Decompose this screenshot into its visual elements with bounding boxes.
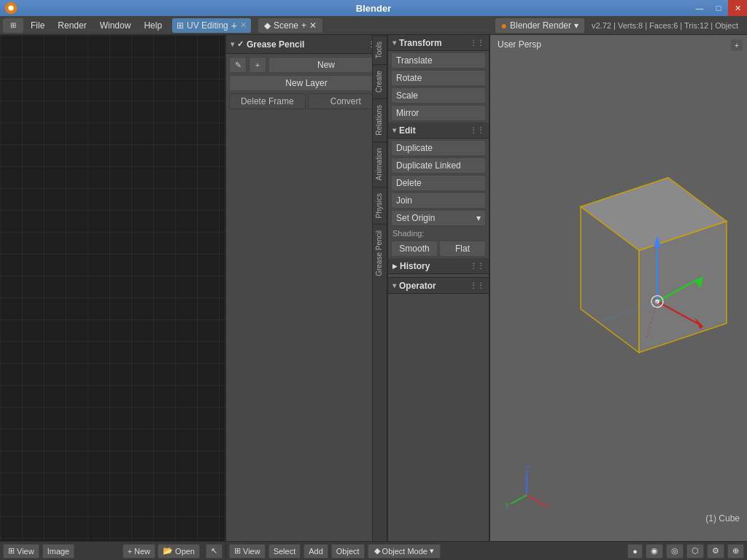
object-mode-dropdown-icon: ▾: [430, 546, 434, 556]
viewport-corner-button[interactable]: +: [731, 39, 743, 51]
cube-label: (1) Cube: [705, 513, 740, 524]
image-button[interactable]: Image: [42, 544, 75, 559]
window-title: Blender: [356, 3, 391, 14]
grease-pencil-check[interactable]: ✓: [237, 39, 244, 49]
menu-window[interactable]: Window: [94, 18, 137, 33]
menu-render[interactable]: Render: [52, 18, 92, 33]
statusbar: ⊞ View Image + New 📂 Open ↖ ⊞ View Selec…: [0, 541, 747, 560]
gp-frame-actions-row: Delete Frame Convert: [229, 93, 384, 109]
object-mode-selector[interactable]: ◆ Object Mode ▾: [368, 544, 441, 559]
shading-wire-button[interactable]: ⬡: [686, 544, 704, 559]
history-label: History: [400, 261, 430, 271]
dropdown-arrow-icon: ▾: [476, 213, 481, 223]
scene-label: Scene: [274, 20, 298, 31]
delete-button[interactable]: Delete: [391, 175, 486, 191]
cursor-tool-button[interactable]: ↖: [206, 544, 222, 559]
viewport-settings-button[interactable]: ⚙: [707, 544, 724, 559]
translate-button[interactable]: Translate: [391, 52, 486, 69]
workspace-add-icon[interactable]: +: [231, 20, 237, 31]
edit-section-header[interactable]: ▾ Edit ⋮⋮: [388, 122, 489, 139]
area-type-icon[interactable]: ⊞: [3, 18, 23, 33]
global-local-button[interactable]: ⊕: [727, 544, 744, 559]
side-tab-animation[interactable]: Animation: [373, 141, 387, 186]
viewport-label: User Persp: [498, 39, 541, 50]
side-tab-create[interactable]: Create: [373, 64, 387, 98]
grease-pencil-content: ✎ + New New Layer Delete Frame Convert: [226, 54, 387, 541]
scale-button[interactable]: Scale: [391, 88, 486, 104]
transform-section-header[interactable]: ▾ Transform ⋮⋮: [388, 35, 489, 51]
view-right-button[interactable]: ⊞ View: [229, 544, 266, 559]
side-tab-tools[interactable]: Tools: [373, 35, 387, 64]
duplicate-linked-button[interactable]: Duplicate Linked: [391, 158, 486, 174]
gp-delete-frame-button[interactable]: Delete Frame: [229, 93, 306, 109]
side-tab-grease-pencil[interactable]: Grease Pencil: [373, 224, 387, 282]
smooth-button[interactable]: Smooth: [391, 241, 438, 257]
side-tab-physics[interactable]: Physics: [373, 187, 387, 224]
mirror-button[interactable]: Mirror: [391, 105, 486, 121]
gp-add-icon[interactable]: +: [249, 57, 266, 73]
menu-help[interactable]: Help: [138, 18, 168, 33]
side-tab-relations[interactable]: Relations: [373, 98, 387, 141]
gp-new-button[interactable]: New: [268, 57, 384, 73]
shading-label: Shading:: [388, 228, 489, 239]
view-icon: ⊞: [8, 546, 15, 556]
scene-close-icon[interactable]: ✕: [309, 20, 317, 31]
svg-text:Y: Y: [505, 502, 510, 510]
duplicate-button[interactable]: Duplicate: [391, 140, 486, 156]
grease-pencil-panel: ▾ ✓ Grease Pencil ⋮⋮ ✎ + New New Layer D…: [226, 35, 388, 541]
open-left-button[interactable]: 📂 Open: [158, 544, 200, 559]
scene-add-icon[interactable]: +: [301, 20, 306, 31]
render-engine-selector[interactable]: ● Blender Render ▾: [495, 18, 585, 33]
shading-material-button[interactable]: ◉: [646, 544, 663, 559]
cursor-icon: ↖: [211, 546, 217, 556]
render-logo-icon: ●: [501, 20, 507, 31]
svg-line-17: [527, 495, 545, 506]
open-icon: 📂: [163, 546, 173, 556]
window-controls: — □ ✕: [690, 0, 747, 16]
workspace-close-icon[interactable]: ✕: [240, 20, 247, 30]
shading-solid-button[interactable]: ●: [627, 544, 643, 559]
cube-svg: [522, 149, 741, 426]
collapse-arrow-icon: ▾: [231, 40, 234, 48]
viewport-3d[interactable]: User Persp +: [490, 35, 747, 541]
scene-selector[interactable]: ◆ Scene + ✕: [258, 18, 322, 33]
version-info: v2.72 | Verts:8 | Faces:6 | Tris:12 | Ob…: [586, 21, 744, 30]
history-more-icon: ⋮⋮: [470, 262, 484, 270]
object-button[interactable]: Object: [331, 544, 365, 559]
viewport-icon: ⊞: [234, 546, 241, 556]
new-left-button[interactable]: + New: [123, 544, 155, 559]
close-button[interactable]: ✕: [728, 0, 747, 16]
set-origin-button[interactable]: Set Origin ▾: [391, 210, 486, 226]
svg-text:Z: Z: [525, 466, 530, 473]
edit-collapse-icon: ▾: [392, 126, 396, 134]
menu-file[interactable]: File: [25, 18, 50, 33]
gp-new-layer-button[interactable]: New Layer: [229, 75, 384, 91]
side-tabs: Tools Create Relations Animation Physics…: [372, 35, 387, 541]
workspace-selector[interactable]: ⊞ UV Editing + ✕: [172, 18, 251, 33]
edit-more-icon: ⋮⋮: [470, 126, 484, 134]
view-left-button[interactable]: ⊞ View: [3, 544, 39, 559]
transform-more-icon: ⋮⋮: [470, 39, 484, 47]
gp-draw-tool[interactable]: ✎: [229, 57, 247, 73]
add-button[interactable]: Add: [303, 544, 328, 559]
select-button[interactable]: Select: [268, 544, 301, 559]
shading-row: Smooth Flat: [391, 241, 486, 257]
history-header[interactable]: ▸ History ⋮⋮: [388, 258, 489, 274]
render-engine-label: Blender Render: [510, 20, 571, 31]
operator-header[interactable]: ▾ Operator ⋮⋮: [388, 278, 489, 294]
operator-more-icon: ⋮⋮: [470, 281, 484, 289]
tools-panel: ▾ Transform ⋮⋮ Translate Rotate Scale Mi…: [388, 35, 490, 541]
workspace-label: UV Editing: [187, 20, 228, 31]
maximize-button[interactable]: □: [709, 0, 728, 16]
render-dropdown-icon: ▾: [574, 20, 578, 31]
uv-grid[interactable]: [0, 35, 225, 541]
scene-icon: ◆: [264, 20, 271, 31]
shading-rendered-button[interactable]: ◎: [666, 544, 684, 559]
main-area: ▾ ✓ Grease Pencil ⋮⋮ ✎ + New New Layer D…: [0, 35, 747, 541]
grease-pencil-title: Grease Pencil: [247, 39, 304, 50]
rotate-button[interactable]: Rotate: [391, 70, 486, 86]
join-button[interactable]: Join: [391, 192, 486, 209]
minimize-button[interactable]: —: [690, 0, 709, 16]
grease-pencil-header[interactable]: ▾ ✓ Grease Pencil ⋮⋮: [226, 35, 387, 54]
flat-button[interactable]: Flat: [439, 241, 486, 257]
